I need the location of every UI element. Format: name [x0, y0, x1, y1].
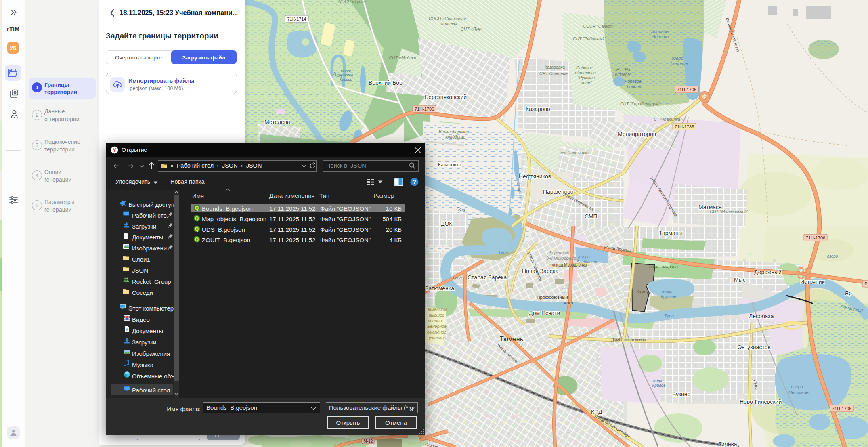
svg-text:улица Муравленко: улица Муравленко [552, 263, 587, 267]
svg-text:озеро: озеро [653, 378, 664, 383]
svg-text:поле": поле" [581, 80, 592, 85]
svg-text:СНТ "Корабельщик": СНТ "Корабельщик" [620, 101, 660, 106]
svg-text:СМП: СМП [585, 213, 598, 220]
svg-text:СНТ "Мотмасский": СНТ "Мотмасский" [710, 209, 749, 214]
svg-text:озеро: озеро [671, 56, 683, 61]
svg-text:Дорожный: Дорожный [754, 269, 782, 275]
svg-text:Кривое: Кривое [652, 383, 666, 388]
svg-text:71Н-1706: 71Н-1706 [806, 235, 825, 240]
svg-text:Тура: Тура [664, 313, 674, 318]
svg-text:Энтузиастов: Энтузиастов [738, 344, 771, 350]
svg-text:71Н-1785: 71Н-1785 [675, 124, 694, 129]
svg-text:3-й микрорайон: 3-й микрорайон [546, 256, 579, 260]
svg-text:Верхнеборское: Верхнеборское [439, 129, 469, 134]
svg-text:Яр: Яр [845, 290, 852, 296]
svg-text:Мыс: Мыс [734, 277, 746, 283]
svg-text:Липовое: Липовое [650, 29, 669, 34]
svg-text:парк Гагарина: парк Гагарина [649, 264, 678, 269]
svg-text:Кампус: Кампус [636, 289, 650, 294]
svg-text:Ново-Гилевский: Ново-Гилевский [740, 399, 782, 405]
svg-text:болото: болото [652, 34, 669, 39]
svg-text:Y: Y [113, 147, 117, 153]
svg-text:Казарово: Казарово [526, 106, 550, 112]
svg-text:СОСН "Салют": СОСН "Салют" [583, 24, 614, 29]
svg-text:СТ «Малинка»: СТ «Малинка» [654, 117, 682, 122]
svg-text:Гилёва: Гилёва [719, 441, 737, 447]
svg-text:Липовое: Липовое [670, 61, 688, 66]
svg-text:женерное: женерное [427, 324, 447, 329]
svg-text:Липовом": Липовом" [613, 72, 633, 77]
svg-text:71Н-1706: 71Н-1706 [415, 107, 434, 111]
svg-text:юменское: юменское [428, 307, 448, 312]
svg-text:мост: мост [563, 300, 574, 305]
svg-text:СНТ "Рябинка-2": СНТ "Рябинка-2" [573, 36, 606, 41]
svg-text:училище: училище [428, 335, 446, 340]
svg-text:СНТ «Медик»: СНТ «Медик» [389, 55, 416, 60]
svg-text:Липовое: Липовое [624, 79, 642, 84]
svg-text:озеро: озеро [827, 254, 838, 258]
svg-text:Источник: Источник [800, 279, 825, 285]
svg-text:омандное: омандное [427, 329, 447, 334]
svg-text:Круглое: Круглое [661, 294, 676, 299]
svg-text:общество: общество [575, 70, 596, 75]
svg-text:СОСН «Солнечная: СОСН «Солнечная [429, 16, 466, 21]
svg-text:с/о Солнышко: с/о Солнышко [560, 150, 588, 155]
svg-text:Тарманы: Тарманы [659, 230, 683, 236]
svg-text:поляна»: поляна» [441, 21, 458, 26]
svg-text:Садовое: Садовое [576, 65, 593, 70]
svg-text:71Н-1706: 71Н-1706 [677, 87, 696, 92]
svg-text:СНТ «Луч»: СНТ «Луч» [461, 27, 482, 31]
svg-text:озеро: озеро [662, 290, 673, 294]
svg-text:озеро: озеро [791, 384, 803, 389]
svg-text:?: ? [413, 179, 416, 185]
svg-text:озеро: озеро [579, 255, 590, 259]
svg-text:71Н-1706: 71Н-1706 [832, 406, 851, 411]
svg-text:Тура: Тура [452, 275, 462, 280]
svg-text:Букино: Букино [672, 391, 691, 397]
svg-text:СОСН «Тура»: СОСН «Тура» [338, 0, 366, 4]
svg-text:Заречный: Заречный [549, 250, 569, 255]
svg-text:Песьяное: Песьяное [788, 390, 808, 395]
svg-text:ДОК: ДОК [441, 220, 453, 227]
svg-text:"Русское: "Русское [577, 75, 595, 80]
svg-text:Верхний Бор: Верхний Бор [369, 80, 403, 86]
svg-text:Казаровка: Казаровка [545, 65, 565, 69]
svg-text:военно-: военно- [428, 318, 443, 323]
svg-text:Р: Р [864, 281, 867, 286]
svg-text:Нижнее: Нижнее [339, 73, 353, 77]
svg-text:Нефтяников: Нефтяников [519, 173, 551, 180]
svg-text:Мелиораторов: Мелиораторов [618, 131, 656, 137]
svg-text:М-12: М-12 [364, 439, 373, 443]
svg-text:высшее: высшее [429, 313, 444, 317]
svg-text:СНТ "На: СНТ "На [613, 67, 630, 72]
svg-text:улица: улица [753, 379, 759, 391]
svg-text:Тура: Тура [498, 250, 508, 255]
svg-text:кладбище: кладбище [445, 134, 465, 139]
svg-text:Березняковский: Березняковский [425, 94, 467, 100]
svg-text:Лесобаза: Лесобаза [749, 313, 774, 319]
svg-text:Старая Зарека: Старая Зарека [468, 274, 507, 281]
svg-text:71К-1714: 71К-1714 [287, 17, 306, 21]
svg-text:Казаровка: Казаровка [438, 162, 461, 168]
svg-text:Метелёва: Метелёва [264, 119, 290, 125]
svg-text:Тюмень: Тюмень [500, 336, 523, 342]
svg-text:СНТ Степное: СНТ Степное [539, 71, 568, 76]
svg-text:болото: болото [627, 84, 642, 89]
svg-text:озеро: озеро [341, 68, 351, 73]
svg-text:Кривое: Кривое [340, 77, 352, 82]
svg-text:Профсоюзный: Профсоюзный [537, 295, 568, 300]
svg-text:Дом Печати: Дом Печати [529, 310, 560, 316]
svg-text:Дамбовская улица: Дамбовская улица [611, 338, 646, 342]
svg-text:Затюменка: Затюменка [425, 285, 454, 292]
